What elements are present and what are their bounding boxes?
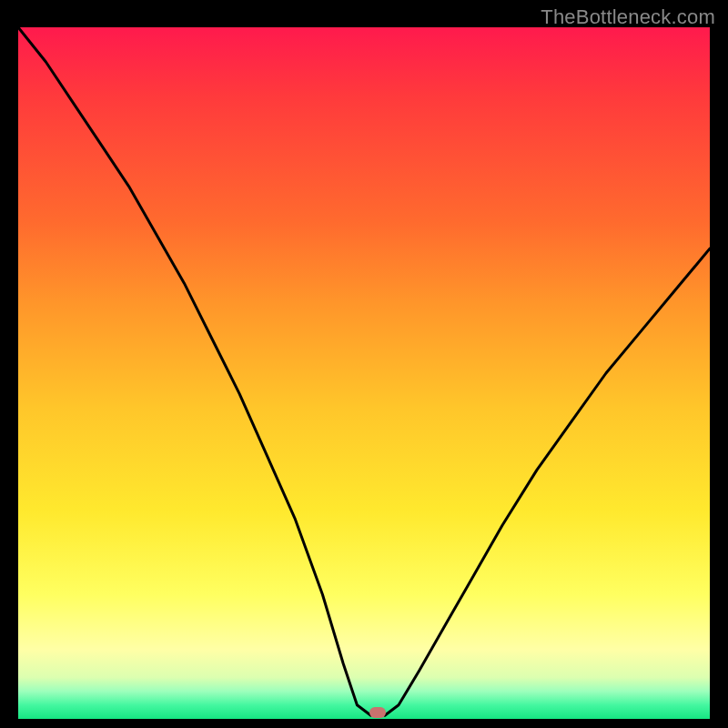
- curve-svg: [18, 27, 710, 719]
- chart-frame: TheBottleneck.com: [0, 0, 728, 728]
- watermark-text: TheBottleneck.com: [541, 5, 715, 29]
- optimum-marker: [369, 707, 386, 718]
- plot-area: [18, 27, 710, 719]
- curve-path: [18, 27, 710, 715]
